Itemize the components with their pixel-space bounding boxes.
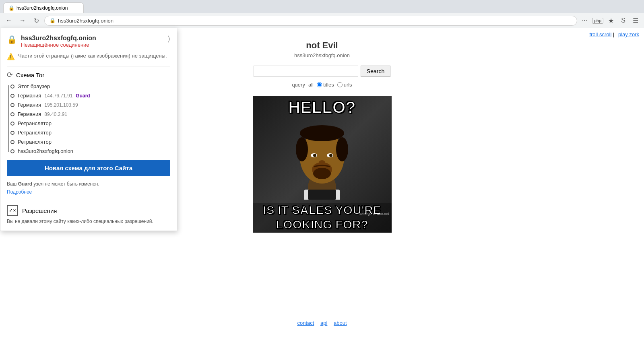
warning-text: Части этой страницы (такие как изображен… xyxy=(18,53,167,59)
guard-note: Ваш Guard узел не может быть изменен. xyxy=(7,181,170,187)
circuit-ip: 195.201.103.59 xyxy=(44,102,78,108)
svg-point-4 xyxy=(300,125,344,141)
separator: | xyxy=(613,31,614,37)
all-label: all xyxy=(308,82,314,88)
tab-bar: 🔒 hss3uro2hsxfogfq.onion xyxy=(0,0,644,13)
svg-point-13 xyxy=(313,168,331,179)
meme-credit: memegenerator.net xyxy=(357,212,389,216)
circuit-dot xyxy=(10,85,14,89)
circuit-label: Ретранслятор xyxy=(18,139,52,145)
panel-warning: ⚠️ Части этой страницы (такие как изобра… xyxy=(7,53,170,60)
permissions-icon: ✓× xyxy=(7,205,18,216)
tor-icon: ⟳ xyxy=(7,70,13,79)
urls-radio[interactable] xyxy=(337,82,343,87)
refresh-button[interactable]: ↻ xyxy=(31,15,42,26)
contact-link[interactable]: contact xyxy=(297,320,314,326)
panel-domain: hss3uro2hsxfogfq.onion xyxy=(21,35,96,42)
titles-label: titles xyxy=(323,82,334,88)
tab-favicon: 🔒 xyxy=(8,5,14,11)
titles-radio[interactable] xyxy=(317,82,322,87)
circuit-label: Германия xyxy=(18,93,41,99)
menu-button[interactable]: ☰ xyxy=(630,15,641,26)
info-icon: 🔒 xyxy=(50,18,56,23)
circuit-dot xyxy=(10,112,14,116)
warning-icon: ⚠️ xyxy=(7,53,15,60)
circuit-label: Германия xyxy=(18,102,41,108)
circuit-dot xyxy=(10,94,14,98)
circuit-item: Ретранслятор xyxy=(12,139,170,145)
api-link[interactable]: api xyxy=(320,320,327,326)
security-dropdown: 🔒 hss3uro2hsxfogfq.onion Незащищённое со… xyxy=(0,28,177,231)
circuit-item: Германия 144.76.71.91 Guard xyxy=(12,93,170,99)
divider2 xyxy=(7,199,170,199)
meme-image: HELLO? xyxy=(253,96,392,233)
panel-header: 🔒 hss3uro2hsxfogfq.onion Незащищённое со… xyxy=(7,35,170,48)
circuit-label: Германия xyxy=(18,111,41,117)
troll-scroll-link[interactable]: troll scroll xyxy=(589,31,611,37)
connection-status: Незащищённое соединение xyxy=(21,42,96,48)
back-button[interactable]: ← xyxy=(3,15,14,26)
circuit-list: Этот браузер Германия 144.76.71.91 Guard… xyxy=(7,83,170,154)
guard-badge: Guard xyxy=(76,93,90,99)
circuit-dot xyxy=(10,140,14,144)
new-circuit-button[interactable]: Новая схема для этого Сайта xyxy=(7,160,170,176)
bookmark-button[interactable]: ★ xyxy=(606,15,616,26)
circuit-ip: 144.76.71.91 xyxy=(44,93,72,99)
meme-top-text: HELLO? xyxy=(253,96,392,116)
circuit-label: Этот браузер xyxy=(18,83,50,89)
circuit-ip: 89.40.2.91 xyxy=(44,111,67,117)
forward-button[interactable]: → xyxy=(17,15,28,26)
sync-button[interactable]: S xyxy=(619,15,628,26)
circuit-label: Ретранслятор xyxy=(18,120,52,126)
top-right-links: troll scroll | play zork xyxy=(587,31,639,37)
meme-face-svg xyxy=(282,119,362,200)
toolbar-right: ··· php ★ S ☰ xyxy=(580,15,641,26)
site-subtitle: hss3uro2hsxfogfq.onion xyxy=(294,52,350,58)
svg-point-9 xyxy=(313,154,316,157)
urls-radio-label[interactable]: urls xyxy=(337,82,352,88)
address-box[interactable]: 🔒 hss3uro2hsxfogfq.onion xyxy=(44,16,577,26)
circuit-label: Ретранслятор xyxy=(18,130,52,136)
circuit-item: Ретранслятор xyxy=(12,130,170,136)
meme-bottom-text: IS IT SALES YOU'RE LOOKING FOR? xyxy=(253,203,392,233)
circuit-dot xyxy=(10,103,14,107)
tab-label: hss3uro2hsxfogfq.onion xyxy=(17,5,68,11)
search-input[interactable] xyxy=(254,66,358,77)
svg-point-6 xyxy=(336,137,348,161)
circuit-item: Ретранслятор xyxy=(12,120,170,126)
circuit-item: Этот браузер xyxy=(12,83,170,89)
svg-point-10 xyxy=(329,154,332,157)
page-footer: contact api about xyxy=(0,312,644,334)
address-bar-row: ← → ↻ 🔒 hss3uro2hsxfogfq.onion ··· php ★… xyxy=(0,13,644,28)
more-button[interactable]: ··· xyxy=(580,15,590,26)
play-zork-link[interactable]: play zork xyxy=(618,31,639,37)
address-text: hss3uro2hsxfogfq.onion xyxy=(58,18,572,24)
learn-more-link[interactable]: Подробнее xyxy=(7,189,32,195)
about-link[interactable]: about xyxy=(334,320,347,326)
permissions-header: ✓× Разрешения xyxy=(7,205,170,216)
svg-rect-2 xyxy=(308,190,336,200)
query-label: query xyxy=(292,82,305,88)
search-button[interactable]: Search xyxy=(361,66,390,77)
search-options: query all titles urls xyxy=(292,82,352,88)
circuit-label: hss3uro2hsxfogfq.onion xyxy=(18,148,73,154)
permissions-section: ✓× Разрешения Вы не давали этому сайту к… xyxy=(7,205,170,224)
lock-icon: 🔒 xyxy=(7,35,17,44)
meme-face-area xyxy=(253,116,392,203)
divider xyxy=(7,66,170,66)
urls-label: urls xyxy=(344,82,352,88)
titles-radio-label[interactable]: titles xyxy=(317,82,334,88)
browser-chrome: 🔒 hss3uro2hsxfogfq.onion ← → ↻ 🔒 hss3uro… xyxy=(0,0,644,28)
tor-header: ⟳ Схема Tor xyxy=(7,70,170,79)
site-title: not Evil xyxy=(306,40,338,51)
php-badge: php xyxy=(592,18,603,24)
active-tab[interactable]: 🔒 hss3uro2hsxfogfq.onion xyxy=(3,2,84,13)
circuit-item: Германия 195.201.103.59 xyxy=(12,102,170,108)
guard-word: Guard xyxy=(18,181,32,187)
circuit-item: hss3uro2hsxfogfq.onion xyxy=(12,148,170,154)
panel-chevron-icon[interactable]: 〉 xyxy=(168,35,170,43)
circuit-dot xyxy=(10,122,14,126)
circuit-dot xyxy=(10,149,14,153)
search-form: Search xyxy=(254,66,390,77)
tor-section-title: Схема Tor xyxy=(16,72,44,78)
